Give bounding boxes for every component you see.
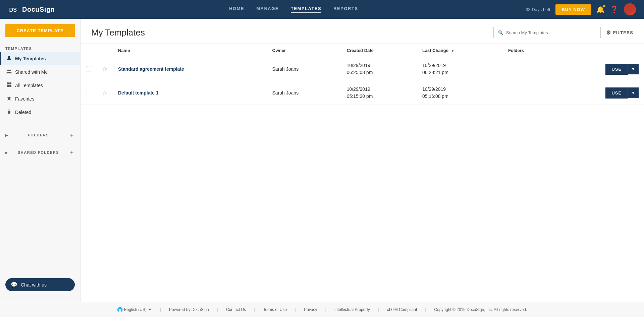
- row2-owner: Sarah Joans: [272, 90, 299, 96]
- row2-actions-cell: USE ▼: [556, 81, 644, 105]
- language-selector[interactable]: 🌐 English (US) ▼: [117, 307, 152, 312]
- row1-use-button[interactable]: USE: [605, 64, 628, 75]
- col-last-change: Last Change ▼: [417, 44, 503, 57]
- nav-manage[interactable]: MANAGE: [256, 6, 279, 13]
- row1-checkbox-cell: [80, 57, 97, 81]
- sidebar-item-my-templates[interactable]: My Templates: [0, 52, 80, 65]
- templates-table: Name Owner Created Date Last Change ▼ Fo…: [80, 44, 644, 105]
- nav-home[interactable]: HOME: [229, 6, 244, 13]
- row2-name-cell: Default template 1: [113, 81, 267, 105]
- row2-name[interactable]: Default template 1: [118, 90, 159, 96]
- svg-point-4: [9, 70, 11, 71]
- col-created-label: Created Date: [347, 48, 374, 53]
- col-owner: Owner: [267, 44, 341, 57]
- col-folders: Folders: [503, 44, 556, 57]
- row1-created-time: 06:25:08 pm: [347, 69, 412, 76]
- row1-use-btn-group: USE ▼: [605, 64, 639, 75]
- row1-last-change-cell: 10/29/2019 06:28:21 pm: [417, 57, 503, 81]
- search-input[interactable]: [506, 30, 596, 35]
- footer-terms[interactable]: Terms of Use: [263, 307, 287, 312]
- shared-folders-add-icon[interactable]: ＋: [69, 148, 75, 156]
- row1-created-cell: 10/29/2019 06:25:08 pm: [341, 57, 417, 81]
- col-star: [97, 44, 113, 57]
- star-icon-sidebar: [6, 96, 12, 102]
- col-name-label: Name: [118, 48, 130, 53]
- templates-table-container: Name Owner Created Date Last Change ▼ Fo…: [80, 44, 644, 105]
- folders-chevron-icon: ▶: [5, 133, 8, 137]
- sidebar-item-shared-with-me[interactable]: Shared with Me: [0, 65, 80, 79]
- folders-section: ▶ FOLDERS ＋: [0, 126, 80, 140]
- shared-folders-header[interactable]: ▶ SHARED FOLDERS ＋: [5, 148, 75, 156]
- table-row: ☆ Default template 1 Sarah Joans 10/29/2…: [80, 81, 644, 105]
- filters-button[interactable]: ⚙ FILTERS: [606, 29, 633, 36]
- folders-add-icon[interactable]: ＋: [69, 131, 75, 139]
- svg-rect-7: [7, 85, 9, 87]
- grid-icon: [6, 82, 12, 89]
- sort-arrow-icon: ▼: [451, 49, 454, 53]
- svg-rect-5: [7, 82, 9, 84]
- buy-now-button[interactable]: BUY NOW: [555, 4, 591, 15]
- logo-text: DocuSign: [22, 6, 55, 13]
- folders-header[interactable]: ▶ FOLDERS ＋: [5, 131, 75, 139]
- row2-folders-cell: [503, 81, 556, 105]
- row2-created-date: 10/29/2019: [347, 86, 412, 93]
- row2-use-button[interactable]: USE: [605, 87, 628, 99]
- row1-use-dropdown-button[interactable]: ▼: [628, 64, 639, 74]
- footer-contact-us[interactable]: Contact Us: [226, 307, 246, 312]
- footer-xdtm[interactable]: xDTM Compliant: [387, 307, 417, 312]
- sidebar-item-favorites[interactable]: Favorites: [0, 92, 80, 106]
- nav-right: 33 Days Left BUY NOW 🔔 ❓: [526, 3, 636, 15]
- row1-star-icon[interactable]: ☆: [102, 66, 107, 72]
- logo[interactable]: DS DocuSign: [8, 3, 55, 15]
- col-owner-label: Owner: [272, 48, 286, 53]
- row2-star-icon[interactable]: ☆: [102, 89, 107, 96]
- row1-name[interactable]: Standard agreement template: [118, 66, 184, 72]
- nav-reports[interactable]: REPORTS: [333, 6, 358, 13]
- row1-last-change-date: 10/29/2019: [422, 62, 497, 69]
- col-actions: [556, 44, 644, 57]
- row1-owner-cell: Sarah Joans: [267, 57, 341, 81]
- chat-icon: 💬: [11, 281, 17, 288]
- row1-created-date: 10/29/2019: [347, 62, 412, 69]
- chat-widget[interactable]: 💬 Chat with us: [5, 278, 75, 291]
- svg-rect-8: [9, 85, 11, 87]
- sidebar-bottom: 💬 Chat with us: [0, 273, 80, 302]
- nav-templates[interactable]: TEMPLATES: [291, 6, 321, 13]
- footer-intellectual-property[interactable]: Intellectual Property: [334, 307, 370, 312]
- svg-text:DS: DS: [9, 7, 17, 13]
- nav-links: HOME MANAGE TEMPLATES REPORTS: [75, 6, 512, 13]
- row2-created-cell: 10/29/2019 05:15:20 pm: [341, 81, 417, 105]
- col-created: Created Date: [341, 44, 417, 57]
- row1-name-cell: Standard agreement template: [113, 57, 267, 81]
- col-checkbox: [80, 44, 97, 57]
- folders-label: FOLDERS: [28, 133, 49, 137]
- help-icon[interactable]: ❓: [610, 5, 619, 13]
- avatar[interactable]: [624, 3, 636, 15]
- row2-checkbox[interactable]: [86, 90, 91, 95]
- row2-use-btn-group: USE ▼: [605, 87, 639, 99]
- search-box[interactable]: 🔍: [493, 27, 601, 38]
- row1-last-change-time: 06:28:21 pm: [422, 69, 497, 76]
- create-template-button[interactable]: CREATE TEMPLATE: [5, 24, 75, 37]
- language-label: English (US): [124, 307, 147, 312]
- chat-label: Chat with us: [21, 282, 47, 288]
- footer-divider-5: |: [325, 307, 326, 312]
- row2-use-dropdown-button[interactable]: ▼: [628, 87, 639, 98]
- footer-privacy[interactable]: Privacy: [304, 307, 317, 312]
- svg-marker-9: [7, 96, 11, 101]
- row1-checkbox[interactable]: [86, 66, 91, 71]
- sidebar-item-label-shared: Shared with Me: [15, 69, 48, 75]
- footer-divider-1: |: [160, 307, 161, 312]
- avatar-image: [624, 3, 636, 15]
- days-left-text: 33 Days Left: [526, 7, 550, 12]
- notification-icon[interactable]: 🔔: [596, 5, 605, 13]
- trash-icon: [6, 109, 12, 116]
- sidebar-item-all-templates[interactable]: All Templates: [0, 79, 80, 92]
- col-folders-label: Folders: [508, 48, 524, 53]
- row1-folders-cell: [503, 57, 556, 81]
- footer: 🌐 English (US) ▼ | Powered by DocuSign |…: [0, 302, 644, 317]
- sidebar-item-deleted[interactable]: Deleted: [0, 106, 80, 119]
- sidebar-item-label-favorites: Favorites: [15, 96, 35, 102]
- sidebar-item-label-my-templates: My Templates: [15, 56, 46, 61]
- svg-rect-10: [8, 111, 10, 114]
